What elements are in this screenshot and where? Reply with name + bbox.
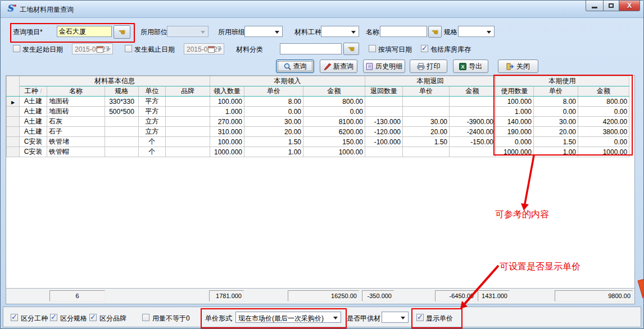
grid-cell[interactable] (105, 147, 139, 157)
grid-cell[interactable] (450, 107, 496, 117)
grid-cell[interactable]: 平方 (139, 107, 166, 117)
grid-cell[interactable]: 1000.000 (496, 147, 534, 157)
grid-cell[interactable] (166, 137, 210, 147)
grid-cell[interactable] (365, 147, 403, 157)
grid-cell[interactable] (365, 107, 403, 117)
grid-cell[interactable]: 1.000 (496, 107, 534, 117)
grid-cell[interactable]: A土建 (20, 127, 47, 137)
grid-cell[interactable] (450, 147, 496, 157)
grid-cell[interactable]: 石灰 (47, 117, 105, 127)
column-header[interactable]: 领入数量 (210, 86, 244, 97)
show-price-checkbox[interactable]: ✓ (416, 314, 424, 321)
grid-cell[interactable]: 平方 (139, 97, 166, 107)
part-select[interactable] (167, 26, 208, 37)
grid-cell[interactable]: 铁管堵 (47, 137, 105, 147)
grid-cell[interactable]: 0.00 (244, 107, 303, 117)
grid-cell[interactable]: 800.00 (303, 97, 365, 107)
grid-cell[interactable]: C安装 (20, 147, 47, 157)
grid-cell[interactable] (166, 127, 210, 137)
nonzero-checkbox[interactable]: ✓ (142, 314, 149, 321)
project-input[interactable] (57, 26, 112, 37)
split-brand-checkbox[interactable]: ✓ (89, 314, 97, 321)
grid-cell[interactable]: 6200.00 (303, 127, 365, 137)
grid-cell[interactable] (105, 127, 139, 137)
column-header[interactable]: 品牌 (166, 86, 210, 97)
grid-cell[interactable] (166, 107, 210, 117)
column-header[interactable]: 单价 (403, 86, 450, 97)
grid-cell[interactable]: -3900.00 (450, 117, 496, 127)
grid-cell[interactable]: 4200.00 (578, 117, 629, 127)
history-detail-button[interactable]: 历史明细 (363, 60, 405, 73)
grid-cell[interactable]: 立方 (139, 117, 166, 127)
grid-cell[interactable]: 20.00 (244, 127, 303, 137)
grid-cell[interactable]: 20.00 (534, 127, 578, 137)
export-button[interactable]: X 导出 (453, 60, 488, 73)
material-type-select[interactable] (321, 26, 359, 37)
grid-cell[interactable]: 30.00 (244, 117, 303, 127)
category-picker-button[interactable]: ☚ (343, 43, 359, 55)
grid-cell[interactable]: A土建 (20, 107, 47, 117)
grid-cell[interactable]: 1000.00 (578, 147, 629, 157)
new-search-button[interactable]: 新查询 (320, 60, 357, 73)
column-header[interactable]: 金额 (303, 86, 365, 97)
grid-cell[interactable]: 0.00 (303, 107, 365, 117)
grid-cell[interactable]: 8.00 (534, 97, 578, 107)
grid-cell[interactable] (105, 137, 139, 147)
grid-cell[interactable]: 310.000 (210, 127, 244, 137)
grid-cell[interactable]: -130.000 (365, 117, 403, 127)
grid-cell[interactable]: 800.00 (578, 97, 629, 107)
grid-cell[interactable]: -150.00 (450, 137, 496, 147)
row-selector[interactable]: ▶ (7, 97, 20, 107)
split-type-checkbox[interactable]: ✓ (11, 314, 18, 321)
grid-cell[interactable]: 330*330 (105, 97, 139, 107)
grid-cell[interactable]: 30.00 (534, 117, 578, 127)
grid-cell[interactable]: A土建 (20, 117, 47, 127)
split-spec-checkbox[interactable]: ✓ (50, 314, 57, 321)
column-header[interactable]: 单价 (534, 86, 578, 97)
column-header[interactable]: 名称 (47, 86, 105, 97)
grid-cell[interactable]: 140.000 (496, 117, 534, 127)
column-header[interactable]: 单价 (244, 86, 303, 97)
column-header[interactable]: 使用数量 (496, 86, 534, 97)
by-fill-date-checkbox[interactable]: ✓ (369, 45, 376, 52)
grid-cell[interactable] (403, 147, 450, 157)
table-row[interactable]: C安装铁管堵个100.0001.50150.00-100.0001.50-150… (7, 137, 629, 147)
grid-cell[interactable]: 100.000 (210, 97, 244, 107)
grid-cell[interactable] (166, 117, 210, 127)
grid-cell[interactable]: 地面砖 (47, 107, 105, 117)
maximize-button[interactable] (604, 1, 619, 11)
column-header[interactable]: 单位 (139, 86, 166, 97)
grid-cell[interactable]: 个 (139, 147, 166, 157)
grid-cell[interactable]: 8.00 (244, 97, 303, 107)
row-selector[interactable] (7, 117, 20, 127)
grid-cell[interactable]: 铁管帽 (47, 147, 105, 157)
owner-supplied-select[interactable] (382, 312, 409, 323)
grid-cell[interactable]: 石子 (47, 127, 105, 137)
team-select[interactable] (244, 26, 283, 37)
grid-cell[interactable]: 1.00 (244, 147, 303, 157)
grid-cell[interactable] (365, 97, 403, 107)
row-selector[interactable] (7, 107, 20, 117)
project-picker-button[interactable]: ☚ (114, 25, 130, 39)
grid-cell[interactable]: -100.000 (365, 137, 403, 147)
price-mode-select[interactable]: 现在市场价(最后一次采购价) (235, 312, 341, 323)
grid-cell[interactable]: 0.00 (578, 137, 629, 147)
grid-cell[interactable]: 个 (139, 137, 166, 147)
grid-cell[interactable] (403, 97, 450, 107)
grid-cell[interactable]: 1.00 (534, 147, 578, 157)
grid-cell[interactable] (166, 147, 210, 157)
end-date-checkbox[interactable]: ✓ (125, 45, 132, 52)
grid-cell[interactable]: A土建 (20, 97, 47, 107)
grid-cell[interactable]: 8100.00 (303, 117, 365, 127)
search-button[interactable]: 查询 (276, 60, 314, 73)
grid-cell[interactable]: 1000.00 (303, 147, 365, 157)
spec-select[interactable] (458, 26, 495, 37)
grid-cell[interactable]: 3800.00 (578, 127, 629, 137)
minimize-button[interactable] (586, 1, 604, 11)
close-form-button[interactable]: 关闭 (498, 60, 538, 73)
end-date-input[interactable]: 2015-05-27 (184, 43, 224, 54)
start-date-input[interactable]: 2015-05-27 (72, 43, 113, 54)
table-row[interactable]: C安装铁管帽个1000.0001.001000.001000.0001.0010… (7, 147, 629, 157)
column-header[interactable]: 退回数量 (365, 86, 403, 97)
grid-cell[interactable] (403, 107, 450, 117)
